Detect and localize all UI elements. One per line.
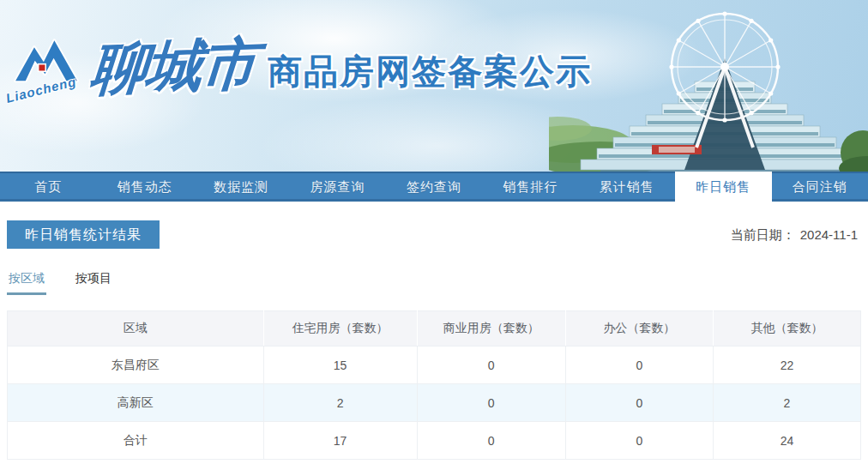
nav-item-home[interactable]: 首页 — [0, 172, 96, 202]
cell-other: 22 — [713, 346, 860, 384]
brand-block: Liaocheng 聊城市 商品房网签备案公示 — [9, 33, 592, 111]
nav-item-sales-trends[interactable]: 销售动态 — [96, 172, 192, 202]
site-title: 商品房网签备案公示 — [268, 51, 592, 91]
cell-residential: 17 — [263, 422, 417, 460]
cell-office: 0 — [565, 346, 713, 384]
cell-office: 0 — [565, 384, 713, 422]
cell-commercial: 0 — [417, 346, 565, 384]
nav-item-contract-cancellation[interactable]: 合同注销 — [772, 172, 868, 202]
col-header-commercial: 商业用房（套数） — [417, 311, 565, 346]
content-area: 昨日销售统计结果 当前日期：2024-11-1 按区域 按项目 区域 住宅用房（… — [0, 220, 868, 460]
cell-commercial: 0 — [417, 384, 565, 422]
cell-residential: 15 — [263, 346, 417, 384]
page: Liaocheng 聊城市 商品房网签备案公示 首页 销售动态 数据监测 房源查… — [0, 0, 868, 464]
page-title: 昨日销售统计结果 — [7, 220, 160, 249]
col-header-other: 其他（套数） — [713, 311, 860, 346]
nav-item-contract-search[interactable]: 签约查询 — [386, 172, 482, 202]
nav-item-yesterday-sales[interactable]: 昨日销售 — [675, 172, 771, 206]
liaocheng-logo-icon: Liaocheng — [9, 33, 84, 111]
tab-by-project[interactable]: 按项目 — [75, 271, 112, 295]
nav-item-cumulative-sales[interactable]: 累计销售 — [579, 172, 675, 202]
city-name-calligraphy: 聊城市 — [88, 30, 258, 103]
col-header-residential: 住宅用房（套数） — [263, 311, 417, 346]
cell-other: 2 — [713, 384, 860, 422]
nav-item-sales-ranking[interactable]: 销售排行 — [482, 172, 578, 202]
current-date-label: 当前日期： — [731, 227, 795, 242]
nav-item-data-monitor[interactable]: 数据监测 — [193, 172, 289, 202]
table-row: 高新区 2 0 0 2 — [8, 384, 861, 422]
table-row: 东昌府区 15 0 0 22 — [8, 346, 861, 384]
cell-other: 24 — [713, 422, 860, 460]
yesterday-sales-table: 区域 住宅用房（套数） 商业用房（套数） 办公（套数） 其他（套数） 东昌府区 … — [7, 310, 861, 460]
nav-item-listing-search[interactable]: 房源查询 — [289, 172, 385, 202]
table-header-row: 区域 住宅用房（套数） 商业用房（套数） 办公（套数） 其他（套数） — [8, 311, 861, 346]
main-nav: 首页 销售动态 数据监测 房源查询 签约查询 销售排行 累计销售 昨日销售 合同… — [0, 172, 868, 202]
site-header-banner: Liaocheng 聊城市 商品房网签备案公示 — [0, 0, 868, 172]
cell-region: 高新区 — [8, 384, 264, 422]
current-date: 当前日期：2024-11-1 — [731, 227, 861, 244]
current-date-value: 2024-11-1 — [800, 227, 858, 242]
cell-region: 东昌府区 — [8, 346, 264, 384]
table-row-total: 合计 17 0 0 24 — [8, 422, 861, 460]
col-header-region: 区域 — [8, 311, 264, 346]
tab-by-region[interactable]: 按区域 — [9, 271, 45, 295]
cell-region: 合计 — [8, 422, 264, 460]
col-header-office: 办公（套数） — [565, 311, 713, 346]
cell-commercial: 0 — [417, 422, 565, 460]
cell-office: 0 — [565, 422, 713, 460]
view-tabs: 按区域 按项目 — [7, 271, 861, 295]
city-scene-illustration — [549, 0, 868, 172]
cell-residential: 2 — [263, 384, 417, 422]
